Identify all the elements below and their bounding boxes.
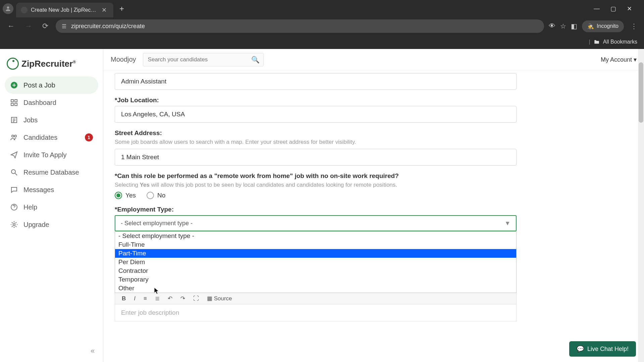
list-icon — [10, 116, 18, 124]
tab-bar: Create New Job | ZipRecruiter ✕ + ― ▢ ✕ — [0, 0, 644, 17]
forward-button: → — [22, 20, 35, 33]
svg-rect-2 — [11, 100, 13, 102]
svg-point-7 — [12, 135, 14, 137]
profile-avatar[interactable] — [3, 3, 13, 14]
radio-icon — [115, 192, 122, 199]
sidebar-item-messages[interactable]: Messages — [5, 181, 98, 198]
minimize-button[interactable]: ― — [590, 3, 603, 14]
sidebar-item-post-job[interactable]: Post a Job — [5, 76, 98, 94]
live-chat-label: Live Chat Help! — [587, 346, 629, 353]
gear-icon — [10, 221, 18, 229]
reload-button[interactable]: ⟳ — [40, 20, 51, 33]
radio-yes[interactable]: Yes — [115, 192, 136, 199]
sidebar-label: Messages — [23, 186, 93, 194]
sidebar-label: Resume Database — [23, 169, 93, 176]
browser-menu-button[interactable]: ⋮ — [629, 20, 639, 32]
undo-button[interactable]: ↶ — [166, 294, 174, 303]
org-name[interactable]: Moodjoy — [111, 56, 136, 63]
job-location-input[interactable] — [115, 106, 517, 123]
vertical-scrollbar[interactable] — [638, 49, 644, 362]
sidebar-item-resume-db[interactable]: Resume Database — [5, 164, 98, 181]
select-value: - Select employment type - — [121, 220, 193, 227]
ordered-list-button[interactable]: ≡ — [142, 295, 149, 303]
panel-icon[interactable]: ◧ — [571, 22, 577, 30]
dropdown-option[interactable]: Part-Time — [115, 249, 516, 258]
dropdown-option[interactable]: - Select employment type - — [115, 232, 516, 240]
dropdown-option[interactable]: Temporary — [115, 275, 516, 284]
eye-off-icon[interactable]: 👁 — [549, 22, 555, 30]
sidebar-label: Upgrade — [23, 221, 93, 229]
sidebar-item-invite[interactable]: Invite To Apply — [5, 146, 98, 164]
sidebar-label: Invite To Apply — [23, 151, 93, 159]
incognito-label: Incognito — [597, 23, 619, 29]
editor-body[interactable]: Enter job description — [115, 304, 517, 321]
sidebar-item-upgrade[interactable]: Upgrade — [5, 216, 98, 233]
search-icon[interactable]: 🔍 — [251, 56, 260, 64]
plus-circle-icon — [10, 81, 18, 89]
incognito-icon: 🕵 — [587, 23, 594, 29]
bookmark-star-icon[interactable]: ☆ — [560, 22, 566, 30]
url-text: ziprecruiter.com/quiz/create — [71, 23, 538, 30]
dropdown-option[interactable]: Other — [115, 284, 516, 293]
all-bookmarks-link[interactable]: All Bookmarks — [603, 39, 637, 45]
maximize-button[interactable]: ▢ — [607, 3, 620, 14]
radio-no[interactable]: No — [147, 192, 165, 199]
sidebar-item-candidates[interactable]: Candidates 1 — [5, 129, 98, 146]
bold-button[interactable]: B — [120, 295, 128, 303]
unordered-list-button[interactable]: ≣ — [153, 294, 162, 303]
close-window-button[interactable]: ✕ — [624, 3, 635, 14]
sidebar-item-dashboard[interactable]: Dashboard — [5, 94, 98, 111]
tab-close-icon[interactable]: ✕ — [100, 6, 109, 14]
incognito-badge[interactable]: 🕵 Incognito — [582, 20, 624, 32]
dropdown-option[interactable]: Per Diem — [115, 258, 516, 266]
address-bar: ← → ⟳ ☰ ziprecruiter.com/quiz/create 👁 ☆… — [0, 17, 644, 35]
street-address-label: Street Address: — [115, 129, 633, 137]
folder-icon — [594, 39, 600, 45]
search-input[interactable] — [143, 53, 264, 66]
editor-toolbar: B I ≡ ≣ ↶ ↷ ⛶ ▦ Source — [115, 293, 517, 304]
sidebar-item-help[interactable]: Help — [5, 198, 98, 216]
site-info-icon[interactable]: ☰ — [62, 23, 66, 29]
sidebar-item-jobs[interactable]: Jobs — [5, 111, 98, 129]
help-icon — [10, 203, 18, 211]
browser-tab[interactable]: Create New Job | ZipRecruiter ✕ — [16, 3, 113, 17]
redo-button[interactable]: ↷ — [178, 294, 187, 303]
sidebar-label: Jobs — [23, 116, 93, 124]
job-form: *Job Location: Street Address: Some job … — [103, 70, 644, 321]
svg-rect-3 — [15, 100, 17, 102]
remote-work-hint: Selecting Yes will allow this job post t… — [115, 182, 633, 188]
svg-point-11 — [13, 224, 15, 226]
search-icon — [10, 168, 18, 176]
my-account-menu[interactable]: My Account ▾ — [601, 56, 637, 63]
send-icon — [10, 151, 18, 159]
svg-rect-4 — [11, 103, 13, 106]
topbar: Moodjoy 🔍 My Account ▾ — [103, 49, 644, 70]
candidates-badge: 1 — [85, 133, 93, 141]
live-chat-button[interactable]: 💬 Live Chat Help! — [569, 341, 636, 357]
remote-work-label: *Can this role be performed as a "remote… — [115, 172, 633, 180]
svg-point-9 — [11, 170, 15, 174]
new-tab-button[interactable]: + — [116, 3, 127, 15]
italic-button[interactable]: I — [132, 295, 138, 303]
logo[interactable]: ZipRecruiter® — [5, 55, 98, 76]
street-address-input[interactable] — [115, 149, 517, 166]
svg-point-8 — [14, 135, 16, 137]
svg-rect-5 — [15, 103, 17, 106]
collapse-sidebar-icon[interactable]: « — [91, 347, 95, 355]
dropdown-option[interactable]: Contractor — [115, 266, 516, 275]
sidebar: ZipRecruiter® Post a Job Dashboard Jobs … — [0, 49, 103, 362]
search-candidates: 🔍 — [143, 53, 264, 66]
source-button[interactable]: ▦ Source — [205, 294, 234, 303]
radio-yes-label: Yes — [125, 192, 136, 199]
dropdown-option[interactable]: Full-Time — [115, 240, 516, 249]
expand-button[interactable]: ⛶ — [191, 295, 201, 303]
sidebar-label: Post a Job — [23, 81, 93, 89]
employment-type-select[interactable]: - Select employment type - ▼ — [115, 215, 517, 231]
job-title-input[interactable] — [115, 73, 517, 90]
back-button[interactable]: ← — [5, 20, 17, 33]
radio-no-label: No — [157, 192, 165, 199]
employment-type-label: *Employment Type: — [115, 206, 633, 213]
job-location-label: *Job Location: — [115, 97, 633, 104]
address-field[interactable]: ☰ ziprecruiter.com/quiz/create — [56, 19, 544, 33]
scrollbar-thumb[interactable] — [639, 62, 643, 123]
